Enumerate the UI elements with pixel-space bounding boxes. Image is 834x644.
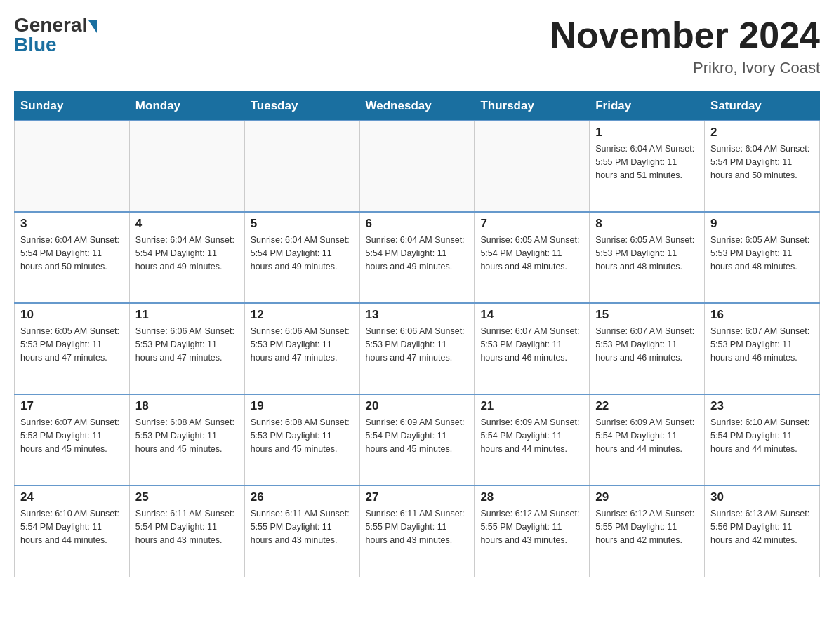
day-info: Sunrise: 6:04 AM Sunset: 5:54 PM Dayligh… [366, 234, 469, 273]
cell-week4-day0: 17Sunrise: 6:07 AM Sunset: 5:53 PM Dayli… [15, 394, 130, 485]
day-info: Sunrise: 6:05 AM Sunset: 5:54 PM Dayligh… [480, 234, 583, 273]
week-row-3: 10Sunrise: 6:05 AM Sunset: 5:53 PM Dayli… [15, 303, 820, 394]
header-thursday: Thursday [475, 92, 590, 121]
day-info: Sunrise: 6:07 AM Sunset: 5:53 PM Dayligh… [20, 416, 124, 455]
day-number: 20 [366, 399, 469, 413]
cell-week4-day6: 23Sunrise: 6:10 AM Sunset: 5:54 PM Dayli… [705, 394, 820, 485]
cell-week1-day3 [359, 121, 475, 212]
cell-week5-day6: 30Sunrise: 6:13 AM Sunset: 5:56 PM Dayli… [705, 485, 820, 577]
day-info: Sunrise: 6:04 AM Sunset: 5:54 PM Dayligh… [710, 142, 814, 182]
day-number: 4 [135, 217, 239, 231]
day-number: 26 [251, 490, 354, 504]
cell-week3-day0: 10Sunrise: 6:05 AM Sunset: 5:53 PM Dayli… [15, 303, 130, 394]
day-info: Sunrise: 6:09 AM Sunset: 5:54 PM Dayligh… [480, 416, 583, 455]
title-section: November 2024 Prikro, Ivory Coast [550, 14, 820, 77]
cell-week3-day5: 15Sunrise: 6:07 AM Sunset: 5:53 PM Dayli… [590, 303, 705, 394]
day-number: 7 [480, 217, 583, 231]
day-number: 21 [480, 399, 583, 413]
cell-week5-day2: 26Sunrise: 6:11 AM Sunset: 5:55 PM Dayli… [244, 485, 359, 577]
day-number: 23 [710, 399, 814, 413]
header-wednesday: Wednesday [359, 92, 475, 121]
month-title: November 2024 [550, 14, 820, 56]
day-number: 16 [710, 308, 814, 322]
day-number: 9 [710, 217, 814, 231]
calendar-header-row: Sunday Monday Tuesday Wednesday Thursday… [15, 92, 820, 121]
day-number: 17 [20, 399, 124, 413]
day-info: Sunrise: 6:12 AM Sunset: 5:55 PM Dayligh… [595, 507, 699, 546]
day-info: Sunrise: 6:11 AM Sunset: 5:54 PM Dayligh… [135, 507, 239, 546]
cell-week5-day5: 29Sunrise: 6:12 AM Sunset: 5:55 PM Dayli… [590, 485, 705, 577]
day-info: Sunrise: 6:04 AM Sunset: 5:54 PM Dayligh… [251, 234, 354, 273]
cell-week4-day1: 18Sunrise: 6:08 AM Sunset: 5:53 PM Dayli… [129, 394, 244, 485]
logo: General Blue [14, 14, 97, 56]
day-info: Sunrise: 6:13 AM Sunset: 5:56 PM Dayligh… [710, 507, 814, 546]
cell-week4-day5: 22Sunrise: 6:09 AM Sunset: 5:54 PM Dayli… [590, 394, 705, 485]
page-header: General Blue November 2024 Prikro, Ivory… [14, 14, 820, 77]
cell-week4-day2: 19Sunrise: 6:08 AM Sunset: 5:53 PM Dayli… [244, 394, 359, 485]
day-number: 28 [480, 490, 583, 504]
cell-week2-day6: 9Sunrise: 6:05 AM Sunset: 5:53 PM Daylig… [705, 212, 820, 303]
cell-week2-day3: 6Sunrise: 6:04 AM Sunset: 5:54 PM Daylig… [359, 212, 475, 303]
day-number: 11 [135, 308, 239, 322]
header-sunday: Sunday [15, 92, 130, 121]
cell-week2-day2: 5Sunrise: 6:04 AM Sunset: 5:54 PM Daylig… [244, 212, 359, 303]
day-number: 5 [251, 217, 354, 231]
day-number: 6 [366, 217, 469, 231]
day-number: 25 [135, 490, 239, 504]
day-info: Sunrise: 6:05 AM Sunset: 5:53 PM Dayligh… [710, 234, 814, 273]
cell-week3-day4: 14Sunrise: 6:07 AM Sunset: 5:53 PM Dayli… [475, 303, 590, 394]
location: Prikro, Ivory Coast [550, 59, 820, 77]
cell-week1-day2 [244, 121, 359, 212]
day-info: Sunrise: 6:07 AM Sunset: 5:53 PM Dayligh… [710, 325, 814, 364]
week-row-4: 17Sunrise: 6:07 AM Sunset: 5:53 PM Dayli… [15, 394, 820, 485]
header-friday: Friday [590, 92, 705, 121]
day-info: Sunrise: 6:07 AM Sunset: 5:53 PM Dayligh… [480, 325, 583, 364]
day-number: 13 [366, 308, 469, 322]
cell-week1-day4 [475, 121, 590, 212]
day-info: Sunrise: 6:10 AM Sunset: 5:54 PM Dayligh… [20, 507, 124, 546]
cell-week3-day3: 13Sunrise: 6:06 AM Sunset: 5:53 PM Dayli… [359, 303, 475, 394]
day-info: Sunrise: 6:10 AM Sunset: 5:54 PM Dayligh… [710, 416, 814, 455]
day-number: 22 [595, 399, 699, 413]
day-info: Sunrise: 6:05 AM Sunset: 5:53 PM Dayligh… [595, 234, 699, 273]
day-number: 2 [710, 126, 814, 140]
day-number: 19 [251, 399, 354, 413]
day-info: Sunrise: 6:09 AM Sunset: 5:54 PM Dayligh… [595, 416, 699, 455]
day-info: Sunrise: 6:11 AM Sunset: 5:55 PM Dayligh… [366, 507, 469, 546]
logo-arrow-icon [88, 20, 97, 33]
cell-week4-day3: 20Sunrise: 6:09 AM Sunset: 5:54 PM Dayli… [359, 394, 475, 485]
day-number: 24 [20, 490, 124, 504]
cell-week2-day5: 8Sunrise: 6:05 AM Sunset: 5:53 PM Daylig… [590, 212, 705, 303]
day-info: Sunrise: 6:07 AM Sunset: 5:53 PM Dayligh… [595, 325, 699, 364]
day-info: Sunrise: 6:08 AM Sunset: 5:53 PM Dayligh… [251, 416, 354, 455]
cell-week1-day0 [15, 121, 130, 212]
day-number: 1 [595, 126, 699, 140]
cell-week1-day1 [129, 121, 244, 212]
header-saturday: Saturday [705, 92, 820, 121]
cell-week5-day3: 27Sunrise: 6:11 AM Sunset: 5:55 PM Dayli… [359, 485, 475, 577]
day-info: Sunrise: 6:06 AM Sunset: 5:53 PM Dayligh… [366, 325, 469, 364]
cell-week1-day6: 2Sunrise: 6:04 AM Sunset: 5:54 PM Daylig… [705, 121, 820, 212]
day-info: Sunrise: 6:04 AM Sunset: 5:55 PM Dayligh… [595, 142, 699, 182]
header-monday: Monday [129, 92, 244, 121]
day-info: Sunrise: 6:12 AM Sunset: 5:55 PM Dayligh… [480, 507, 583, 546]
day-number: 15 [595, 308, 699, 322]
header-tuesday: Tuesday [244, 92, 359, 121]
day-number: 8 [595, 217, 699, 231]
day-info: Sunrise: 6:04 AM Sunset: 5:54 PM Dayligh… [20, 234, 124, 273]
cell-week3-day2: 12Sunrise: 6:06 AM Sunset: 5:53 PM Dayli… [244, 303, 359, 394]
day-number: 3 [20, 217, 124, 231]
day-number: 14 [480, 308, 583, 322]
cell-week4-day4: 21Sunrise: 6:09 AM Sunset: 5:54 PM Dayli… [475, 394, 590, 485]
day-number: 12 [251, 308, 354, 322]
week-row-1: 1Sunrise: 6:04 AM Sunset: 5:55 PM Daylig… [15, 121, 820, 212]
day-number: 29 [595, 490, 699, 504]
cell-week5-day0: 24Sunrise: 6:10 AM Sunset: 5:54 PM Dayli… [15, 485, 130, 577]
cell-week2-day1: 4Sunrise: 6:04 AM Sunset: 5:54 PM Daylig… [129, 212, 244, 303]
calendar-table: Sunday Monday Tuesday Wednesday Thursday… [14, 91, 820, 577]
day-info: Sunrise: 6:08 AM Sunset: 5:53 PM Dayligh… [135, 416, 239, 455]
cell-week2-day0: 3Sunrise: 6:04 AM Sunset: 5:54 PM Daylig… [15, 212, 130, 303]
day-info: Sunrise: 6:09 AM Sunset: 5:54 PM Dayligh… [366, 416, 469, 455]
cell-week2-day4: 7Sunrise: 6:05 AM Sunset: 5:54 PM Daylig… [475, 212, 590, 303]
day-number: 18 [135, 399, 239, 413]
